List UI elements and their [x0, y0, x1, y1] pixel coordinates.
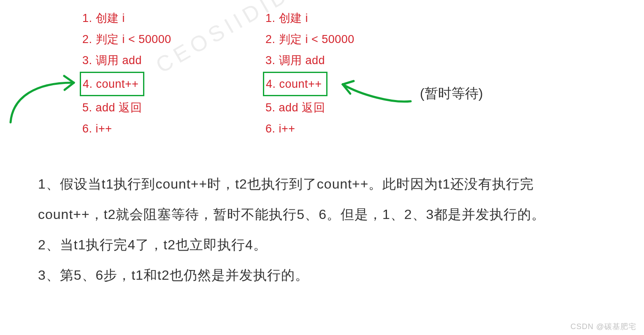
step-list-right: 1. 创建 i 2. 判定 i < 50000 3. 调用 add 4. cou… [265, 8, 354, 139]
step-6: 6. i++ [82, 118, 171, 139]
explanation-p2: 2、当t1执行完4了，t2也立即执行4。 [38, 230, 598, 260]
watermark-footer: CSDN @碳基肥宅 [571, 321, 636, 332]
arrow-left-icon [11, 76, 74, 122]
explanation-p3: 3、第5、6步，t1和t2也仍然是并发执行的。 [38, 260, 598, 290]
explanation-block: 1、假设当t1执行到count++时，t2也执行到了count++。此时因为t1… [38, 169, 598, 290]
step-5-r: 5. add 返回 [265, 97, 354, 118]
explanation-p1: 1、假设当t1执行到count++时，t2也执行到了count++。此时因为t1… [38, 169, 598, 230]
step-4-boxed: 4. count++ [80, 72, 144, 96]
step-3-r: 3. 调用 add [265, 50, 354, 71]
step-5: 5. add 返回 [82, 97, 171, 118]
step-6-r: 6. i++ [265, 118, 354, 139]
step-1: 1. 创建 i [82, 8, 171, 29]
step-4-r-boxed: 4. count++ [263, 72, 327, 96]
step-3: 3. 调用 add [82, 50, 171, 71]
step-1-r: 1. 创建 i [265, 8, 354, 29]
step-2: 2. 判定 i < 50000 [82, 29, 171, 50]
diagram-area: CEOSIIDID 1. 创建 i 2. 判定 i < 50000 3. 调用 … [0, 0, 644, 152]
step-2-r: 2. 判定 i < 50000 [265, 29, 354, 50]
annotation-wait: (暂时等待) [420, 84, 483, 103]
step-list-left: 1. 创建 i 2. 判定 i < 50000 3. 调用 add 4. cou… [82, 8, 171, 139]
